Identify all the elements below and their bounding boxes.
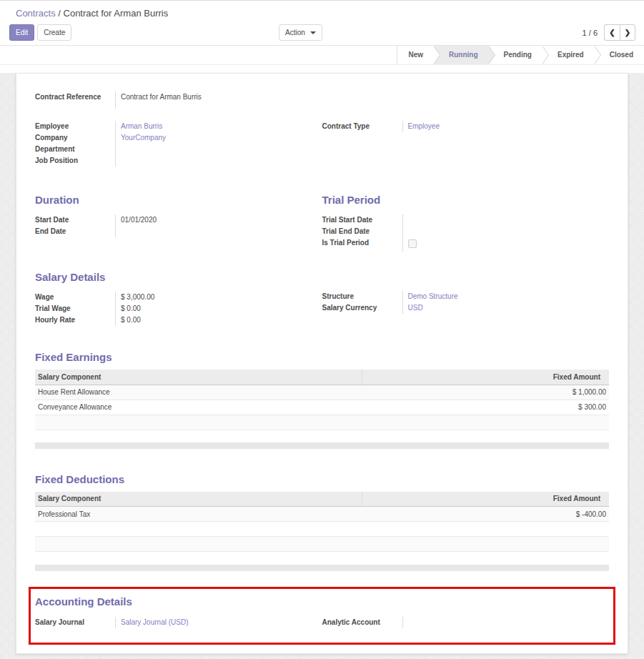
- duration-column: Duration Start Date 01/01/2020 End Date: [35, 194, 322, 252]
- table-row[interactable]: Professional Tax $ -400.00: [35, 507, 609, 522]
- table-header-row: Salary Component Fixed Amount: [35, 492, 609, 507]
- pager-previous-button[interactable]: ❮: [604, 24, 620, 41]
- pager-next-button[interactable]: ❯: [620, 24, 635, 41]
- salary-component-cell[interactable]: Professional Tax: [35, 507, 362, 522]
- accounting-right-column: Analytic Account: [322, 617, 610, 628]
- info-left-column: Employee Arman Burris Company YourCompan…: [35, 121, 322, 167]
- field-row: Salary Currency USD: [322, 302, 610, 314]
- start-date-value: 01/01/2020: [115, 214, 322, 226]
- salary-currency-label: Salary Currency: [322, 302, 402, 314]
- trial-wage-value: $ 0.00: [115, 303, 322, 314]
- employee-link[interactable]: Arman Burris: [121, 122, 162, 130]
- table-row[interactable]: Conveyance Allowance $ 300.00: [35, 400, 609, 415]
- is-trial-period-checkbox[interactable]: [408, 239, 417, 248]
- stage-new[interactable]: New: [397, 46, 434, 64]
- column-header-salary-component[interactable]: Salary Component: [35, 492, 362, 507]
- contract-reference-value: Contract for Arman Burris: [115, 91, 609, 109]
- form-view-background: Contract Reference Contract for Arman Bu…: [0, 73, 644, 659]
- company-value: YourCompany: [115, 132, 322, 144]
- page-title: Contract for Arman Burris: [64, 8, 169, 19]
- spacer-table-row: [35, 522, 609, 537]
- pager: 1 / 6 ❮ ❯: [583, 24, 635, 41]
- column-header-fixed-amount[interactable]: Fixed Amount: [362, 492, 609, 507]
- salary-journal-link[interactable]: Salary Journal (USD): [121, 618, 188, 626]
- fixed-earnings-table: Salary Component Fixed Amount House Rent…: [35, 370, 609, 430]
- empty-cell: [362, 522, 609, 537]
- breadcrumb-contracts-link[interactable]: Contracts: [16, 8, 56, 19]
- duration-title: Duration: [35, 194, 322, 206]
- column-header-fixed-amount[interactable]: Fixed Amount: [362, 370, 609, 385]
- analytic-account-value: [402, 617, 610, 628]
- wage-value: $ 3,000.00: [115, 292, 322, 303]
- contract-type-link[interactable]: Employee: [408, 122, 440, 130]
- end-date-label: End Date: [35, 226, 115, 237]
- field-row: Hourly Rate $ 0.00: [35, 314, 322, 326]
- breadcrumb-separator: /: [58, 8, 61, 19]
- empty-cell: [35, 415, 362, 430]
- trial-end-date-value: [402, 226, 610, 237]
- company-label: Company: [35, 132, 115, 144]
- end-date-value: [115, 226, 322, 237]
- accounting-fields: Salary Journal Salary Journal (USD) Anal…: [35, 617, 609, 628]
- start-date-label: Start Date: [35, 214, 115, 226]
- control-panel: Contracts / Contract for Arman Burris Ed…: [0, 1, 644, 46]
- form-sheet: Contract Reference Contract for Arman Bu…: [16, 73, 628, 654]
- fixed-amount-cell[interactable]: $ -400.00: [362, 507, 609, 522]
- salary-component-cell[interactable]: Conveyance Allowance: [35, 400, 362, 415]
- fixed-earnings-title: Fixed Earnings: [35, 352, 609, 363]
- contract-form-page: Contracts / Contract for Arman Burris Ed…: [0, 0, 644, 659]
- structure-value: Demo Structure: [402, 291, 610, 302]
- stage-running[interactable]: Running: [434, 46, 489, 64]
- duration-trial-section: Duration Start Date 01/01/2020 End Date …: [35, 194, 609, 252]
- job-position-value: [115, 155, 322, 167]
- list-footer-band: [35, 565, 609, 571]
- salary-component-cell[interactable]: House Rent Allowance: [35, 385, 362, 400]
- trial-wage-label: Trial Wage: [35, 303, 115, 314]
- dropdown-caret-icon: [310, 31, 316, 34]
- field-row: Trial Start Date: [322, 214, 610, 226]
- field-row: End Date: [35, 226, 322, 237]
- table-row[interactable]: House Rent Allowance $ 1,000.00: [35, 385, 609, 400]
- salary-journal-value: Salary Journal (USD): [115, 617, 322, 628]
- field-row: Trial End Date: [322, 226, 610, 237]
- stage-expired[interactable]: Expired: [543, 46, 595, 64]
- contract-reference-label: Contract Reference: [35, 91, 115, 109]
- employee-value: Arman Burris: [115, 121, 322, 132]
- empty-table-row: [35, 415, 609, 430]
- field-row: Job Position: [35, 155, 322, 167]
- pager-counter: 1 / 6: [583, 29, 598, 37]
- edit-button[interactable]: Edit: [9, 24, 34, 41]
- salary-right-column: Structure Demo Structure Salary Currency…: [322, 272, 610, 326]
- fixed-amount-cell[interactable]: $ 1,000.00: [362, 385, 609, 400]
- column-header-salary-component[interactable]: Salary Component: [35, 370, 362, 385]
- salary-details-section: Salary Details Wage $ 3,000.00 Trial Wag…: [35, 272, 609, 326]
- field-row: Contract Reference Contract for Arman Bu…: [35, 91, 609, 109]
- empty-cell: [362, 537, 609, 552]
- stage-pending[interactable]: Pending: [489, 46, 543, 64]
- accounting-left-column: Salary Journal Salary Journal (USD): [35, 617, 322, 628]
- field-row: Structure Demo Structure: [322, 291, 610, 302]
- contract-reference-group: Contract Reference Contract for Arman Bu…: [35, 91, 609, 109]
- department-label: Department: [35, 144, 115, 155]
- info-section: Employee Arman Burris Company YourCompan…: [35, 121, 609, 167]
- salary-currency-link[interactable]: USD: [408, 304, 423, 312]
- department-value: [115, 144, 322, 155]
- field-row: Start Date 01/01/2020: [35, 214, 322, 226]
- create-button[interactable]: Create: [37, 24, 71, 41]
- button-row: Edit Create: [9, 24, 71, 41]
- salary-details-title: Salary Details: [35, 272, 322, 283]
- company-link[interactable]: YourCompany: [121, 134, 166, 142]
- field-row: Wage $ 3,000.00: [35, 292, 322, 303]
- empty-cell: [362, 415, 609, 430]
- salary-left-column: Salary Details Wage $ 3,000.00 Trial Wag…: [35, 272, 322, 326]
- salary-journal-label: Salary Journal: [35, 617, 115, 628]
- hourly-rate-value: $ 0.00: [115, 314, 322, 326]
- stage-closed[interactable]: Closed: [595, 46, 644, 64]
- salary-currency-value: USD: [402, 302, 610, 314]
- fixed-amount-cell[interactable]: $ 300.00: [362, 400, 609, 415]
- chevron-left-icon: ❮: [609, 29, 615, 36]
- structure-link[interactable]: Demo Structure: [408, 292, 458, 300]
- wage-label: Wage: [35, 292, 115, 303]
- action-dropdown-button[interactable]: Action: [279, 24, 322, 41]
- analytic-account-label: Analytic Account: [322, 617, 402, 628]
